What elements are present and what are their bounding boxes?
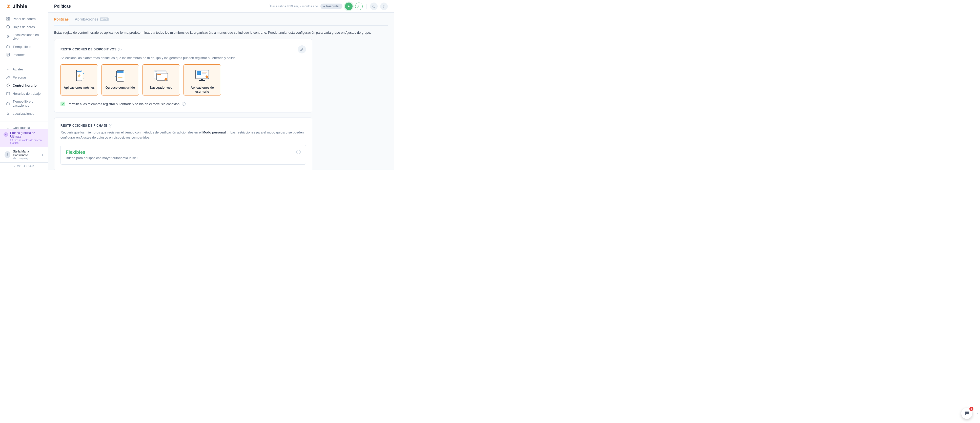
sidebar-item-label: Ajustes (13, 67, 24, 71)
svg-point-15 (358, 5, 359, 6)
device-label: Aplicaciones de escritorio (186, 86, 218, 94)
sidebar-item-time-off[interactable]: Tiempo libre (0, 43, 48, 51)
trial-banner[interactable]: 20 Prueba gratuita de Ultimate 20 días r… (0, 129, 48, 147)
logo[interactable]: Jibble (0, 0, 48, 13)
tab-policies[interactable]: Políticas (54, 13, 69, 26)
sidebar-item-get-app[interactable]: Consigue la aplicación (0, 124, 48, 129)
user-company: abc company (13, 157, 39, 160)
card-title-text: RESTRICCIONES DE FICHAJE (60, 124, 107, 128)
svg-point-13 (8, 113, 8, 113)
svg-rect-43 (202, 73, 206, 74)
clock-icon (6, 25, 10, 29)
pencil-icon (300, 47, 304, 51)
svg-point-9 (9, 76, 10, 77)
svg-rect-28 (118, 77, 123, 78)
sidebar-item-label: Consigue la aplicación (13, 126, 42, 129)
sidebar-item-dashboard[interactable]: Panel de control (0, 15, 48, 23)
svg-rect-47 (199, 80, 205, 81)
edit-button[interactable] (298, 45, 306, 53)
sidebar-item-label: Personas (13, 75, 27, 79)
device-option-kiosk[interactable]: Quiosco compartido (102, 64, 139, 96)
sidebar-item-work-schedules[interactable]: Horarios de trabajo (0, 89, 48, 97)
svg-rect-3 (8, 19, 10, 20)
device-option-web[interactable]: Navegador web (143, 64, 180, 96)
svg-rect-11 (6, 92, 10, 95)
sidebar-item-label: Horarios de trabajo (13, 92, 41, 96)
offline-checkbox[interactable] (60, 102, 65, 106)
svg-point-34 (156, 71, 157, 72)
sidebar-item-label: Panel de control (13, 17, 37, 21)
card-title: RESTRICCIONES DE DISPOSITIVOS i (60, 48, 121, 51)
info-icon[interactable]: i (182, 102, 186, 105)
tab-label: Aprobaciones (75, 17, 99, 21)
sidebar-item-timesheets[interactable]: Hojas de horas (0, 23, 48, 31)
briefcase-icon (6, 45, 10, 49)
beta-badge: BETA (100, 18, 108, 21)
device-restrictions-card: RESTRICCIONES DE DISPOSITIVOS i Seleccio… (54, 39, 312, 112)
help-icon (372, 5, 375, 8)
offline-checkbox-row: Permitir a los miembros registrar su ent… (60, 102, 306, 106)
browser-icon (145, 68, 177, 83)
svg-rect-37 (158, 76, 166, 76)
svg-point-39 (164, 78, 167, 81)
tab-approvals[interactable]: Aprobaciones BETA (75, 13, 108, 26)
nav: Panel de control Hojas de horas Localiza… (0, 13, 48, 129)
sidebar-item-label: Localizaciones (13, 112, 34, 115)
option-radio[interactable] (296, 150, 301, 154)
help-button[interactable] (370, 3, 378, 10)
suitcase-icon (6, 102, 10, 105)
collapse-sidebar-button[interactable]: « COLAPSAR (0, 162, 48, 170)
svg-point-8 (7, 76, 8, 77)
topbar: Políticas Última salida 8:39 am, 2 month… (48, 0, 394, 13)
svg-point-25 (83, 73, 84, 74)
svg-point-5 (8, 36, 8, 37)
brand-name: Jibble (13, 3, 27, 10)
intro-text: Estas reglas de control horario se aplic… (54, 30, 388, 34)
svg-rect-44 (197, 76, 207, 76)
clockin-restrictions-card: RESTRICCIONES DE FICHAJE i Requerir que … (54, 118, 312, 170)
sidebar-item-label: Informes (13, 53, 25, 57)
device-option-mobile[interactable]: Aplicaciones móviles (60, 64, 98, 96)
collapse-label: COLAPSAR (17, 164, 34, 168)
svg-point-29 (125, 72, 126, 73)
card-subtitle: Selecciona las plataformas desde las que… (60, 56, 306, 60)
svg-rect-12 (6, 102, 10, 105)
sidebar-item-label: Tiempo libre y vacaciones (13, 99, 42, 107)
chevron-up-icon (6, 67, 10, 71)
svg-rect-21 (77, 71, 81, 72)
resume-button[interactable]: ▸ Reanudar (320, 3, 342, 9)
user-menu[interactable]: S Stella Maria Hadiwinoto abc company › (0, 147, 48, 162)
info-icon[interactable]: i (118, 48, 121, 51)
content: Políticas Aprobaciones BETA Estas reglas… (48, 13, 394, 170)
kiosk-icon (104, 68, 136, 83)
option-subtitle: Bueno para equipos con mayor autonomía i… (66, 156, 138, 160)
body-strong: Modo personal (202, 131, 226, 134)
sidebar-item-settings[interactable]: Ajustes (0, 65, 48, 73)
sidebar-item-locations[interactable]: Localizaciones (0, 109, 48, 118)
option-flexible[interactable]: Flexibles Bueno para equipos con mayor a… (60, 145, 306, 164)
trial-title: Prueba gratuita de Ultimate (10, 131, 43, 138)
device-label: Quiosco compartido (104, 86, 136, 90)
svg-rect-17 (383, 5, 384, 6)
svg-point-23 (79, 75, 80, 75)
pin-icon (6, 35, 10, 39)
sidebar-item-people[interactable]: Personas (0, 73, 48, 81)
svg-rect-19 (383, 6, 384, 8)
tab-label: Políticas (54, 17, 69, 21)
sidebar-item-reports[interactable]: Informes (0, 51, 48, 59)
offline-label: Permitir a los miembros registrar su ent… (68, 102, 180, 106)
add-person-button[interactable] (355, 3, 363, 10)
resume-label: Reanudar (326, 5, 339, 8)
svg-rect-42 (202, 72, 207, 72)
device-option-desktop[interactable]: Aplicaciones de escritorio (183, 64, 221, 96)
info-icon[interactable]: i (109, 124, 112, 128)
avatar: S (5, 151, 10, 158)
clock-in-button[interactable] (345, 3, 353, 10)
svg-rect-6 (6, 46, 10, 48)
apps-button[interactable] (380, 3, 388, 10)
sidebar-item-live-locations[interactable]: Localizaciones en vivo (0, 31, 48, 43)
pin-icon (6, 112, 10, 115)
sidebar-item-time-tracking[interactable]: Control horario (0, 81, 48, 89)
sidebar-item-leave[interactable]: Tiempo libre y vacaciones (0, 97, 48, 109)
desktop-icon (186, 68, 218, 83)
